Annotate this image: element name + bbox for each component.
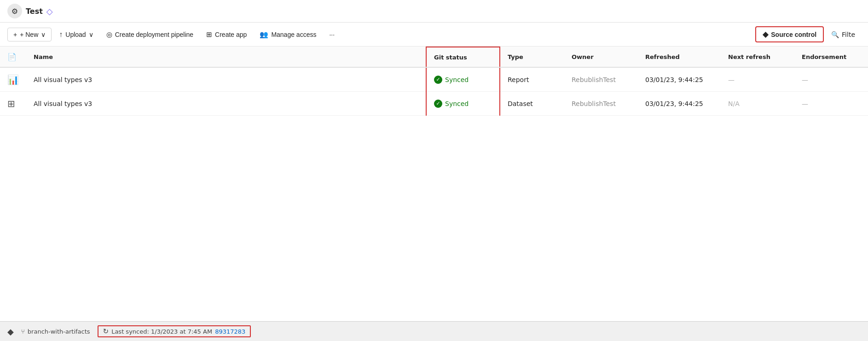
row-actions-cell: ↗ ☆ ··· bbox=[378, 92, 426, 116]
check-mark: ✓ bbox=[436, 76, 440, 82]
file-icon: 📄 bbox=[7, 53, 17, 61]
share-icon: ↗ bbox=[387, 100, 393, 107]
source-control-label: Source control bbox=[771, 31, 816, 38]
upload-label: Upload bbox=[65, 31, 86, 38]
row-git-status-cell: ✓ Synced bbox=[426, 92, 500, 116]
row-next-refresh-cell: N/A bbox=[721, 92, 794, 116]
new-button[interactable]: + + New ∨ bbox=[7, 28, 52, 41]
items-table: 📄 Name Git status Type Owner Refreshed N… bbox=[0, 47, 868, 116]
item-type: Dataset bbox=[508, 100, 533, 107]
item-next-refresh: N/A bbox=[728, 100, 740, 107]
row-endorsement-cell: — bbox=[794, 92, 868, 116]
item-owner: RebublishTest bbox=[572, 76, 616, 83]
table-header-row: 📄 Name Git status Type Owner Refreshed N… bbox=[0, 47, 868, 67]
dataset-icon: ⊞ bbox=[7, 101, 15, 108]
branch-name: branch-with-artifacts bbox=[28, 328, 90, 335]
col-header-git-status: Git status bbox=[426, 47, 500, 67]
create-app-button[interactable]: ⊞ Create app bbox=[201, 28, 252, 41]
diamond-icon: ◇ bbox=[46, 6, 53, 16]
col-header-name: Name bbox=[26, 47, 378, 67]
check-mark: ✓ bbox=[436, 100, 440, 106]
search-area[interactable]: 🔍 Filte bbox=[826, 28, 861, 41]
item-name: All visual types v3 bbox=[34, 100, 92, 107]
pipeline-icon: ◎ bbox=[106, 30, 112, 39]
upload-chevron-icon: ∨ bbox=[89, 31, 93, 38]
col-header-next-refresh: Next refresh bbox=[721, 47, 794, 67]
share-button[interactable]: ↗ bbox=[385, 73, 395, 86]
row-endorsement-cell: — bbox=[794, 67, 868, 92]
synced-label: Synced bbox=[445, 76, 469, 83]
item-endorsement: — bbox=[802, 100, 808, 107]
favorite-button[interactable]: ☆ bbox=[397, 73, 407, 86]
branch-icon: ⑂ bbox=[21, 328, 25, 335]
workspace-title: Test bbox=[26, 7, 43, 16]
row-owner-cell: RebublishTest bbox=[564, 67, 638, 92]
synced-label: Synced bbox=[445, 100, 469, 107]
row-name-cell: All visual types v3 bbox=[26, 67, 378, 92]
search-icon: 🔍 bbox=[831, 31, 839, 38]
share-button[interactable]: ↗ bbox=[385, 97, 395, 110]
upload-button[interactable]: ↑ Upload ∨ bbox=[53, 28, 98, 41]
row-git-status-cell: ✓ Synced bbox=[426, 67, 500, 92]
new-plus-icon: + bbox=[13, 31, 17, 38]
create-pipeline-label: Create deployment pipeline bbox=[115, 31, 193, 38]
sync-info: ↻ Last synced: 1/3/2023 at 7:45 AM 89317… bbox=[98, 325, 251, 337]
row-refreshed-cell: 03/01/23, 9:44:25 bbox=[638, 92, 721, 116]
item-name: All visual types v3 bbox=[34, 76, 92, 83]
more-actions-button[interactable]: ··· bbox=[409, 98, 418, 110]
manage-access-button[interactable]: 👥 Manage access bbox=[254, 28, 322, 41]
col-header-icon: 📄 bbox=[0, 47, 26, 67]
commit-hash: 89317283 bbox=[215, 328, 245, 335]
row-icon-cell: ⊞ bbox=[0, 92, 26, 116]
row-type-cell: Dataset bbox=[500, 92, 564, 116]
col-header-owner: Owner bbox=[564, 47, 638, 67]
more-actions-button[interactable]: ··· bbox=[409, 74, 418, 86]
row-type-cell: Report bbox=[500, 67, 564, 92]
item-type: Report bbox=[508, 76, 529, 83]
upload-icon: ↑ bbox=[59, 30, 63, 39]
col-header-endorsement: Endorsement bbox=[794, 47, 868, 67]
synced-check-icon: ✓ bbox=[434, 100, 442, 108]
table-row: 📊 All visual types v3 ↗ ☆ ··· ✓ bbox=[0, 67, 868, 92]
col-header-refreshed: Refreshed bbox=[638, 47, 721, 67]
app-icon: ⊞ bbox=[206, 30, 212, 39]
row-refreshed-cell: 03/01/23, 9:44:25 bbox=[638, 67, 721, 92]
source-control-button[interactable]: ◆ Source control bbox=[755, 26, 824, 42]
item-refreshed: 03/01/23, 9:44:25 bbox=[645, 76, 703, 83]
main-content: 📄 Name Git status Type Owner Refreshed N… bbox=[0, 47, 868, 321]
source-control-icon: ◆ bbox=[763, 30, 768, 39]
new-label: + New bbox=[20, 31, 38, 38]
sync-icon: ↻ bbox=[103, 327, 109, 335]
favorite-button[interactable]: ☆ bbox=[397, 97, 407, 110]
row-next-refresh-cell: — bbox=[721, 67, 794, 92]
table-row: ⊞ All visual types v3 ↗ ☆ ··· ✓ bbox=[0, 92, 868, 116]
synced-badge: ✓ Synced bbox=[434, 76, 492, 84]
create-app-label: Create app bbox=[215, 31, 247, 38]
item-endorsement: — bbox=[802, 76, 808, 83]
report-icon: 📊 bbox=[7, 77, 19, 84]
synced-check-icon: ✓ bbox=[434, 76, 442, 84]
filter-label: Filte bbox=[842, 31, 855, 38]
create-pipeline-button[interactable]: ◎ Create deployment pipeline bbox=[101, 28, 199, 41]
manage-access-label: Manage access bbox=[271, 31, 316, 38]
ellipsis-icon: ··· bbox=[411, 76, 417, 83]
row-owner-cell: RebublishTest bbox=[564, 92, 638, 116]
synced-badge: ✓ Synced bbox=[434, 100, 492, 108]
ellipsis-icon: ··· bbox=[411, 100, 417, 107]
item-owner: RebublishTest bbox=[572, 100, 616, 107]
status-bar: ◆ ⑂ branch-with-artifacts ↻ Last synced:… bbox=[0, 321, 868, 341]
row-icon-cell: 📊 bbox=[0, 67, 26, 92]
col-header-type: Type bbox=[500, 47, 564, 67]
star-icon: ☆ bbox=[399, 76, 405, 83]
workspace-icon: ⚙ bbox=[7, 4, 22, 18]
star-icon: ☆ bbox=[399, 100, 405, 107]
item-next-refresh: — bbox=[728, 76, 735, 83]
manage-icon: 👥 bbox=[260, 30, 268, 39]
more-button[interactable]: ··· bbox=[324, 28, 340, 41]
new-chevron-icon: ∨ bbox=[41, 31, 46, 38]
row-name-cell: All visual types v3 bbox=[26, 92, 378, 116]
more-icon: ··· bbox=[329, 31, 335, 38]
branch-info: ⑂ branch-with-artifacts bbox=[21, 328, 90, 335]
toolbar: + + New ∨ ↑ Upload ∨ ◎ Create deployment… bbox=[0, 23, 868, 47]
share-icon: ↗ bbox=[387, 76, 393, 83]
